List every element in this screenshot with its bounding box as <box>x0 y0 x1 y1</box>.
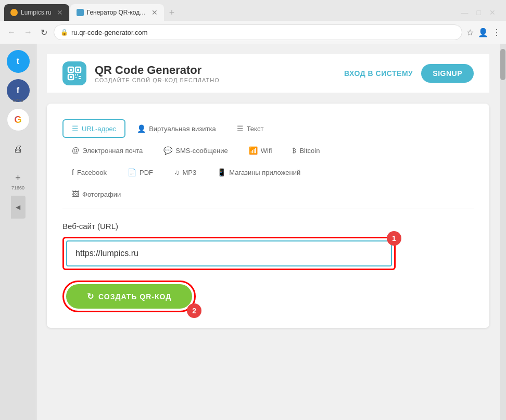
tab-favicon-lumpics <box>10 9 18 16</box>
google-icon: G <box>14 114 21 125</box>
tab-row-3: f Facebook 📄 PDF ♫ MP3 📱 Магазины прилож… <box>62 163 474 182</box>
logo-icon <box>62 61 86 85</box>
refresh-icon: ↻ <box>87 291 94 301</box>
page-content: t f 6276 G 🖨 + 71660 ◀ <box>0 44 506 420</box>
maximize-button[interactable]: □ <box>475 8 483 17</box>
create-qr-button[interactable]: ↻ СОЗДАТЬ QR-КОД <box>66 284 192 309</box>
tab-appstore-label: Магазины приложений <box>229 169 300 176</box>
form-area: Веб-сайт (URL) 1 ↻ СОЗДАТЬ QR-КОД 2 <box>62 222 474 312</box>
tab-wifi-label: Wifi <box>261 147 272 155</box>
tab-favicon-qr <box>77 9 84 16</box>
facebook-tab-icon: f <box>72 168 74 176</box>
signup-button[interactable]: SIGNUP <box>421 64 474 83</box>
form-label: Веб-сайт (URL) <box>62 222 474 231</box>
tab-photos[interactable]: 🖼 Фотографии <box>62 185 130 203</box>
tab-facebook-label: Facebook <box>77 169 107 176</box>
facebook-count: 6276 <box>12 98 23 103</box>
minimize-button[interactable]: — <box>459 8 471 17</box>
tab-bar: Lumpics.ru ✕ Генератор QR-кодов - создав… <box>0 0 506 21</box>
collapse-icon: ◀ <box>16 203 20 211</box>
create-btn-wrapper: ↻ СОЗДАТЬ QR-КОД 2 <box>62 281 196 312</box>
appstore-tab-icon: 📱 <box>217 168 226 176</box>
tab-mp3-label: MP3 <box>182 169 196 176</box>
badge-1: 1 <box>387 231 401 246</box>
tab-url-label: URL-адрес <box>82 125 116 133</box>
vcard-tab-icon: 👤 <box>137 124 146 133</box>
share-count: 71660 <box>11 185 24 190</box>
tab-facebook[interactable]: f Facebook <box>62 163 116 182</box>
sidebar-facebook[interactable]: f 6276 <box>7 79 30 102</box>
site-header: QR Code Generator СОЗДАЙТЕ СВОЙ QR-КОД Б… <box>47 54 489 93</box>
tab-label-lumpics: Lumpics.ru <box>21 9 52 16</box>
url-input[interactable] <box>66 240 392 266</box>
text-tab-icon: ☰ <box>237 124 244 133</box>
email-tab-icon: @ <box>72 146 79 155</box>
svg-rect-5 <box>70 76 72 78</box>
back-button[interactable]: ← <box>5 27 18 38</box>
tab-row-1: ☰ URL-адрес 👤 Виртуальная визитка ☰ Текс… <box>62 119 474 138</box>
address-bar: ← → ↻ 🔒 ru.qr-code-generator.com ☆ 👤 ⋮ <box>0 21 506 44</box>
tab-qr-generator[interactable]: Генератор QR-кодов - создава... ✕ <box>70 4 164 21</box>
wifi-tab-icon: 📶 <box>249 146 258 155</box>
tab-wifi[interactable]: 📶 Wifi <box>239 141 282 160</box>
tab-sms-label: SMS-сообщение <box>175 147 228 155</box>
sidebar-google[interactable]: G <box>7 108 30 131</box>
bookmark-icon[interactable]: ☆ <box>466 28 474 37</box>
badge-2: 2 <box>187 303 201 318</box>
tab-appstore[interactable]: 📱 Магазины приложений <box>208 163 310 182</box>
left-sidebar: t f 6276 G 🖨 + 71660 ◀ <box>0 44 36 420</box>
facebook-icon: f <box>17 86 19 95</box>
url-tab-icon: ☰ <box>72 124 79 133</box>
sidebar-share[interactable]: + 71660 <box>7 167 30 189</box>
tab-mp3[interactable]: ♫ MP3 <box>165 163 206 182</box>
tab-bitcoin-label: Bitcoin <box>299 147 320 155</box>
tab-text[interactable]: ☰ Текст <box>227 119 273 138</box>
forward-button[interactable]: → <box>22 27 34 38</box>
tab-close-qr[interactable]: ✕ <box>151 8 158 17</box>
tab-close-lumpics[interactable]: ✕ <box>57 8 63 17</box>
sidebar-collapse[interactable]: ◀ <box>11 196 26 219</box>
tab-pdf-label: PDF <box>140 169 153 176</box>
new-tab-button[interactable]: + <box>165 7 179 18</box>
tab-vcard-label: Виртуальная визитка <box>149 125 216 133</box>
close-window-button[interactable]: ✕ <box>487 8 498 17</box>
sidebar-print[interactable]: 🖨 <box>7 137 30 160</box>
print-icon: 🖨 <box>14 144 23 155</box>
browser-chrome: Lumpics.ru ✕ Генератор QR-кодов - создав… <box>0 0 506 44</box>
sms-tab-icon: 💬 <box>163 146 172 155</box>
svg-rect-4 <box>77 69 79 71</box>
tab-photos-label: Фотографии <box>82 190 121 198</box>
menu-icon[interactable]: ⋮ <box>492 28 501 37</box>
refresh-button[interactable]: ↻ <box>39 27 49 39</box>
scrollbar[interactable] <box>500 44 506 420</box>
main-content: QR Code Generator СОЗДАЙТЕ СВОЙ QR-КОД Б… <box>36 44 500 420</box>
tab-email-label: Электронная почта <box>82 147 143 155</box>
tab-pdf[interactable]: 📄 PDF <box>118 163 162 182</box>
twitter-icon: t <box>17 57 19 66</box>
qr-card: ☰ URL-адрес 👤 Виртуальная визитка ☰ Текс… <box>47 104 489 328</box>
account-icon[interactable]: 👤 <box>478 28 488 37</box>
scrollbar-thumb[interactable] <box>500 49 505 80</box>
tab-lumpics[interactable]: Lumpics.ru ✕ <box>4 4 69 21</box>
tab-bitcoin[interactable]: ₿ Bitcoin <box>283 141 329 160</box>
login-button[interactable]: ВХОД В СИСТЕМУ <box>344 69 413 78</box>
lock-icon: 🔒 <box>60 29 68 36</box>
photos-tab-icon: 🖼 <box>72 190 79 198</box>
share-icon: + <box>15 173 21 184</box>
address-input-wrap[interactable]: 🔒 ru.qr-code-generator.com <box>54 24 462 40</box>
tab-row-2: @ Электронная почта 💬 SMS-сообщение 📶 Wi… <box>62 141 474 160</box>
pdf-tab-icon: 📄 <box>128 168 136 176</box>
tab-text-label: Текст <box>247 125 264 133</box>
sidebar-twitter[interactable]: t <box>7 50 30 73</box>
tab-row-4: 🖼 Фотографии <box>62 185 474 203</box>
tab-divider <box>62 209 474 209</box>
create-btn-label: СОЗДАТЬ QR-КОД <box>98 292 171 301</box>
tab-sms[interactable]: 💬 SMS-сообщение <box>154 141 237 160</box>
tab-vcard[interactable]: 👤 Виртуальная визитка <box>128 119 225 138</box>
address-text: ru.qr-code-generator.com <box>71 29 456 36</box>
tab-label-qr: Генератор QR-кодов - создава... <box>87 9 146 16</box>
site-title: QR Code Generator <box>95 63 336 77</box>
tab-url[interactable]: ☰ URL-адрес <box>62 119 125 138</box>
create-btn-area: ↻ СОЗДАТЬ QR-КОД 2 <box>62 281 474 312</box>
tab-email[interactable]: @ Электронная почта <box>62 141 152 160</box>
